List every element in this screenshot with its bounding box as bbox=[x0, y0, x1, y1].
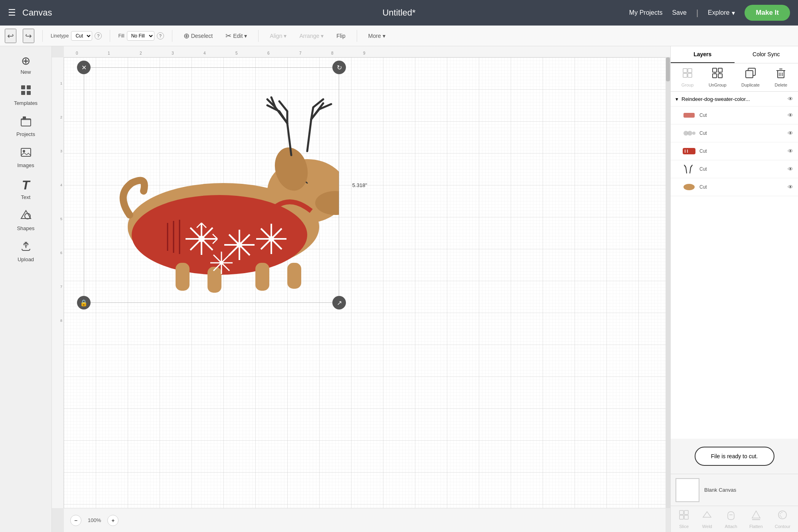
zoom-level: 100% bbox=[88, 517, 101, 523]
chevron-down-icon: ▾ bbox=[732, 9, 735, 17]
grid-canvas[interactable]: ✕ ↻ 🔒 ↗ 6.812" 5.318" bbox=[64, 57, 666, 508]
layer-3-eye[interactable]: 👁 bbox=[788, 148, 793, 154]
linetype-select[interactable]: Cut bbox=[71, 31, 92, 41]
layer-group-header[interactable]: ▾ Reindeer-dog-sweater-color... 👁 bbox=[671, 92, 798, 106]
zoom-in-button[interactable]: + bbox=[107, 515, 119, 526]
delete-button[interactable]: Delete bbox=[774, 67, 787, 87]
toolbar-sep-5 bbox=[357, 30, 357, 42]
layer-item-4[interactable]: Cut 👁 bbox=[671, 160, 798, 178]
scrollbar-thumb[interactable] bbox=[666, 57, 670, 81]
tab-layers[interactable]: Layers bbox=[671, 46, 735, 63]
canvas-area[interactable]: 0 1 2 3 4 5 6 7 8 9 1 2 3 4 5 6 7 8 bbox=[52, 46, 670, 532]
canvas-label: Blank Canvas bbox=[704, 487, 736, 493]
explore-button[interactable]: Explore ▾ bbox=[708, 9, 735, 17]
group-button[interactable]: Group bbox=[681, 67, 694, 87]
more-chevron: ▾ bbox=[383, 33, 385, 39]
align-chevron: ▾ bbox=[284, 33, 286, 39]
layer-4-eye[interactable]: 👁 bbox=[788, 166, 793, 172]
svg-rect-55 bbox=[713, 68, 717, 72]
file-ready-text: File is ready to cut. bbox=[711, 453, 758, 459]
panel-tabs: Layers Color Sync bbox=[671, 46, 798, 63]
doc-title[interactable]: Untitled* bbox=[382, 8, 415, 18]
bottom-panel: Slice Weld Attach bbox=[671, 506, 798, 532]
close-handle[interactable]: ✕ bbox=[77, 61, 91, 74]
header-right: My Projects Save | Explore ▾ Make It bbox=[629, 5, 790, 21]
sidebar-item-text[interactable]: T Text bbox=[4, 174, 48, 204]
svg-rect-68 bbox=[683, 113, 695, 118]
scrollbar-vertical[interactable] bbox=[666, 57, 670, 508]
scale-handle[interactable]: ↗ bbox=[332, 296, 346, 309]
slice-button[interactable]: Slice bbox=[678, 509, 689, 529]
layer-group-eye[interactable]: 👁 bbox=[788, 96, 793, 102]
layer-item-3[interactable]: Cut 👁 bbox=[671, 142, 798, 160]
toolbar-sep-2 bbox=[110, 30, 110, 42]
make-it-button[interactable]: Make It bbox=[745, 5, 790, 21]
svg-point-75 bbox=[683, 184, 695, 190]
align-button[interactable]: Align ▾ bbox=[267, 31, 290, 41]
svg-rect-5 bbox=[23, 116, 26, 120]
redo-button[interactable]: ↪ bbox=[23, 29, 34, 43]
sidebar-item-images[interactable]: Images bbox=[4, 143, 48, 172]
sidebar-item-shapes[interactable]: Shapes bbox=[4, 206, 48, 235]
trash-icon bbox=[775, 67, 786, 81]
svg-rect-3 bbox=[27, 91, 31, 95]
arrange-button[interactable]: Arrange ▾ bbox=[296, 31, 327, 41]
sidebar-item-templates[interactable]: Templates bbox=[4, 81, 48, 110]
canvas-preview-area: Blank Canvas bbox=[671, 474, 798, 506]
layer-item-2[interactable]: Cut 👁 bbox=[671, 124, 798, 142]
attach-button[interactable]: Attach bbox=[725, 509, 737, 529]
duplicate-button[interactable]: Duplicate bbox=[741, 67, 760, 87]
app-title: Canvas bbox=[22, 8, 52, 18]
menu-icon[interactable]: ☰ bbox=[8, 8, 16, 18]
weld-button[interactable]: Weld bbox=[701, 509, 713, 529]
right-panel: Layers Color Sync Group bbox=[670, 46, 798, 532]
layer-item-5[interactable]: Cut 👁 bbox=[671, 178, 798, 196]
layer-5-eye[interactable]: 👁 bbox=[788, 184, 793, 190]
contour-button[interactable]: Contour bbox=[775, 509, 790, 529]
layer-2-eye[interactable]: 👁 bbox=[788, 130, 793, 136]
svg-rect-53 bbox=[683, 73, 687, 77]
deselect-button[interactable]: ⊕ Deselect bbox=[180, 30, 216, 42]
sidebar-item-upload[interactable]: Upload bbox=[4, 237, 48, 266]
sidebar-item-projects[interactable]: Projects bbox=[4, 112, 48, 141]
collapse-icon: ▾ bbox=[676, 96, 678, 102]
panel-toolbar: Group UnGroup bbox=[671, 63, 798, 92]
edit-chevron: ▾ bbox=[244, 33, 247, 39]
ruler-horizontal: 0 1 2 3 4 5 6 7 8 9 bbox=[64, 46, 670, 57]
svg-marker-8 bbox=[21, 211, 31, 219]
lock-handle[interactable]: 🔒 bbox=[77, 296, 91, 309]
svg-rect-2 bbox=[21, 91, 25, 95]
svg-rect-52 bbox=[688, 69, 692, 73]
flatten-button[interactable]: Flatten bbox=[749, 509, 763, 529]
fill-help[interactable]: ? bbox=[157, 32, 164, 39]
layer-thumb-1 bbox=[682, 110, 696, 121]
layer-1-eye[interactable]: 👁 bbox=[788, 112, 793, 118]
fill-select[interactable]: No Fill bbox=[127, 31, 154, 41]
rotate-handle[interactable]: ↻ bbox=[332, 61, 346, 74]
svg-rect-72 bbox=[683, 148, 695, 154]
my-projects-button[interactable]: My Projects bbox=[629, 9, 663, 16]
svg-rect-54 bbox=[688, 73, 692, 77]
svg-rect-51 bbox=[683, 69, 687, 73]
header: ☰ Canvas Untitled* My Projects Save | Ex… bbox=[0, 0, 798, 26]
edit-button[interactable]: ✂ Edit ▾ bbox=[222, 30, 250, 42]
header-divider: | bbox=[696, 8, 698, 18]
layer-item-1[interactable]: Cut 👁 bbox=[671, 106, 798, 124]
undo-button[interactable]: ↩ bbox=[5, 29, 16, 43]
tab-color-sync[interactable]: Color Sync bbox=[735, 46, 798, 63]
svg-rect-22 bbox=[287, 263, 301, 289]
sidebar-item-new[interactable]: ⊕ New bbox=[4, 50, 48, 79]
more-button[interactable]: More ▾ bbox=[365, 31, 389, 41]
save-button[interactable]: Save bbox=[672, 9, 686, 16]
toolbar-sep-1 bbox=[42, 30, 43, 42]
linetype-help[interactable]: ? bbox=[95, 32, 102, 39]
attach-icon bbox=[725, 509, 737, 523]
ungroup-button[interactable]: UnGroup bbox=[709, 67, 727, 87]
layer-thumb-5 bbox=[682, 181, 696, 193]
svg-rect-1 bbox=[27, 85, 31, 89]
flip-button[interactable]: Flip bbox=[333, 31, 349, 41]
svg-point-71 bbox=[692, 132, 695, 135]
design-container[interactable]: ✕ ↻ 🔒 ↗ 6.812" 5.318" bbox=[84, 67, 339, 303]
zoom-out-button[interactable]: − bbox=[70, 515, 81, 526]
svg-rect-58 bbox=[718, 74, 722, 78]
